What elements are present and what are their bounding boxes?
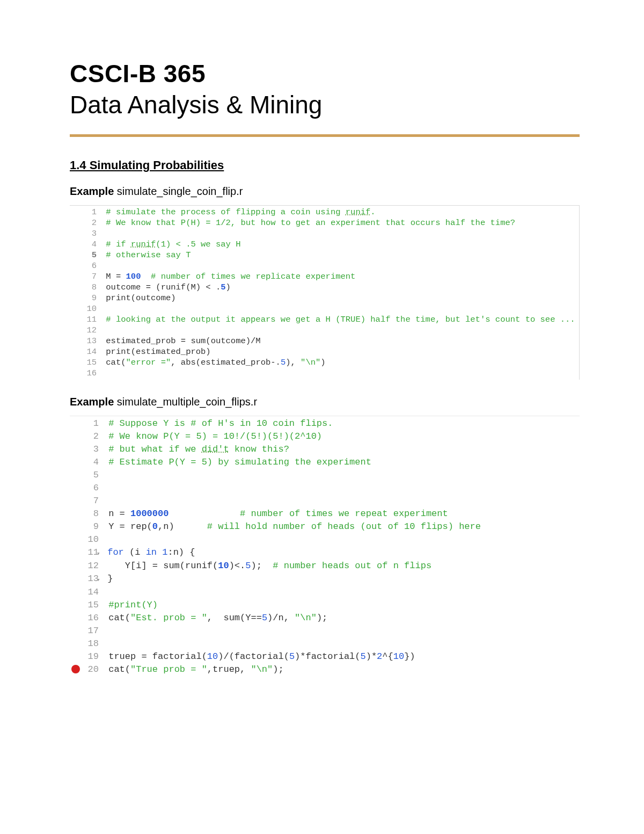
code-line: 4 # Estimate P(Y = 5) by simulating the … (70, 456, 580, 469)
fold-marker-icon[interactable]: ▾ (97, 574, 102, 586)
code-line: 7 (70, 495, 580, 507)
line-number: 1 (82, 417, 103, 430)
code-line: 10 (70, 533, 580, 546)
line-number: 2 (82, 217, 101, 228)
code-line: 17 (70, 625, 580, 637)
section-title: 1.4 Simulating Probabilities (70, 158, 580, 172)
line-number: 19 (82, 650, 103, 663)
code-text: outcome = (runif(M) < .5) (101, 282, 579, 293)
code-text: truep = factorial(10)/(factorial(5)*fact… (103, 650, 580, 663)
code-line: 8 outcome = (runif(M) < .5) (70, 282, 579, 293)
code-text (103, 469, 580, 482)
code-line: 14 (70, 586, 580, 599)
code-text: M = 100 # number of times we replicate e… (101, 271, 579, 282)
example1-label-prefix: Example (70, 185, 114, 197)
code-text (103, 495, 580, 507)
document-page: CSCI-B 365 Data Analysis & Mining 1.4 Si… (0, 0, 644, 834)
code-line: 18 (70, 637, 580, 650)
code-line: 15 cat("error =", abs(estimated_prob-.5)… (70, 357, 579, 368)
code-line: 13 estimated_prob = sum(outcome)/M (70, 336, 579, 346)
code-text: cat("True prob = ",truep, "\n"); (103, 663, 580, 676)
line-number: 9 (82, 520, 103, 533)
code-text: # but what if we did't know this? (103, 443, 580, 456)
code-text: Y = rep(0,n) # will hold number of heads… (103, 520, 580, 533)
line-number: 5 (82, 250, 101, 260)
code-text (103, 637, 580, 650)
line-number: 2 (82, 430, 103, 443)
code-line: 13▾ } (70, 572, 580, 586)
code-block-2: 1 # Suppose Y is # of H's in 10 coin fli… (70, 416, 580, 677)
line-number: 3 (82, 228, 101, 239)
code-text: # simulate the process of flipping a coi… (101, 207, 579, 217)
code-text: # Estimate P(Y = 5) by simulating the ex… (103, 456, 580, 469)
code-text (101, 303, 579, 314)
code-text: estimated_prob = sum(outcome)/M (101, 336, 579, 346)
code-text: ▾ for (i in 1:n) { (103, 546, 580, 560)
line-number: 10 (82, 533, 103, 546)
code-line: 12 (70, 325, 579, 336)
code-line: 3 (70, 228, 579, 239)
line-number: 15 (82, 599, 103, 612)
code-text (101, 368, 579, 379)
line-number: 11 (82, 314, 101, 325)
line-number: 17 (82, 625, 103, 637)
line-number: 16 (82, 612, 103, 625)
line-number: 20 (82, 663, 103, 676)
code-line: 3 # but what if we did't know this? (70, 443, 580, 456)
code-text: print(outcome) (101, 293, 579, 303)
code-text: ▾ } (103, 572, 580, 586)
code-line: 9 print(outcome) (70, 293, 579, 303)
code-text: cat("Est. prob = ", sum(Y==5)/n, "\n"); (103, 612, 580, 625)
example1-label: Example simulate_single_coin_flip.r (70, 185, 580, 198)
code-text (103, 482, 580, 495)
line-number: 12 (82, 560, 103, 572)
line-number: 1 (82, 207, 101, 217)
example2-label: Example simulate_multiple_coin_flips.r (70, 396, 580, 408)
code-text: print(estimated_prob) (101, 346, 579, 357)
line-number: 3 (82, 443, 103, 456)
code-line: 10 (70, 303, 579, 314)
code-line: 2 # We know P(Y = 5) = 10!/(5!)(5!)(2^10… (70, 430, 580, 443)
code-text: #print(Y) (103, 599, 580, 612)
code-block-1: 1 # simulate the process of flipping a c… (70, 205, 580, 380)
line-number: 6 (82, 260, 101, 271)
code-text: # looking at the output it appears we ge… (101, 314, 579, 325)
code-text (101, 325, 579, 336)
code-line: 6 (70, 482, 580, 495)
code-line: 4 # if runif(1) < .5 we say H (70, 239, 579, 250)
example1-filename: simulate_single_coin_flip.r (117, 185, 243, 197)
line-number: 15 (82, 357, 101, 368)
example2-filename: simulate_multiple_coin_flips.r (117, 396, 257, 408)
breakpoint-gutter[interactable] (70, 663, 82, 676)
code-line: 19 truep = factorial(10)/(factorial(5)*f… (70, 650, 580, 663)
code-line: 5 (70, 469, 580, 482)
code-text: # We know that P(H) = 1/2, but how to ge… (101, 217, 579, 228)
header-divider (70, 134, 580, 137)
line-number: 4 (82, 456, 103, 469)
line-number: 14 (82, 586, 103, 599)
code-text (101, 260, 579, 271)
code-line: 12 Y[i] = sum(runif(10)<.5); # number he… (70, 560, 580, 572)
line-number: 8 (82, 282, 101, 293)
code-line: 11 # looking at the output it appears we… (70, 314, 579, 325)
code-text: # We know P(Y = 5) = 10!/(5!)(5!)(2^10) (103, 430, 580, 443)
line-number: 9 (82, 293, 101, 303)
code-text: cat("error =", abs(estimated_prob-.5), "… (101, 357, 579, 368)
line-number: 16 (82, 368, 101, 379)
code-text (103, 586, 580, 599)
example2-label-prefix: Example (70, 396, 114, 408)
code-line: 8 n = 1000000 # number of times we repea… (70, 507, 580, 520)
line-number: 6 (82, 482, 103, 495)
fold-marker-icon[interactable]: ▾ (97, 547, 102, 560)
code-text: n = 1000000 # number of times we repeat … (103, 507, 580, 520)
code-text: Y[i] = sum(runif(10)<.5); # number heads… (103, 560, 580, 572)
line-number: 5 (82, 469, 103, 482)
code-line: 1 # simulate the process of flipping a c… (70, 207, 579, 217)
code-line: 16 cat("Est. prob = ", sum(Y==5)/n, "\n"… (70, 612, 580, 625)
code-line: 6 (70, 260, 579, 271)
line-number: 14 (82, 346, 101, 357)
course-title: Data Analysis & Mining (70, 90, 580, 119)
breakpoint-icon[interactable] (71, 665, 80, 673)
code-text: # Suppose Y is # of H's in 10 coin flips… (103, 417, 580, 430)
code-line: 16 (70, 368, 579, 379)
